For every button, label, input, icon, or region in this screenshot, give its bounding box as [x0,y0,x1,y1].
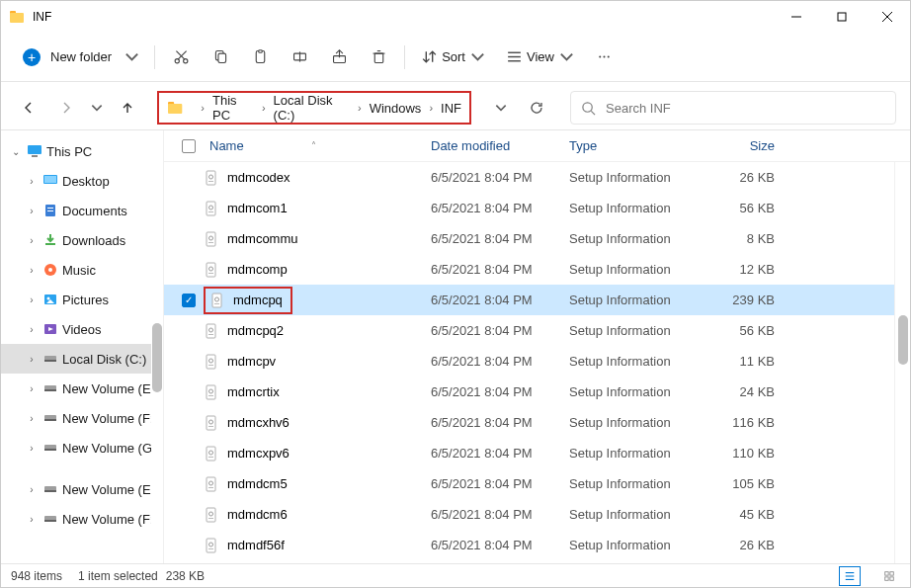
cut-button[interactable] [161,40,201,75]
thumbnails-view-button[interactable] [878,566,900,586]
sort-button[interactable]: Sort [411,40,496,75]
sidebar-item-label: New Volume (F:) [62,411,158,426]
svg-rect-57 [208,181,213,182]
breadcrumb-item[interactable]: Local Disk (C:) [274,93,350,123]
select-all-checkbox[interactable] [182,139,196,153]
sidebar-item-label: Downloads [62,233,125,248]
share-button[interactable] [319,40,359,75]
sidebar-scrollbar[interactable] [151,130,163,563]
scroll-thumb[interactable] [898,315,908,365]
sidebar-item[interactable]: › New Volume (F:) [1,403,163,433]
file-row[interactable]: mdmcxhv6 6/5/2021 8:04 PM Setup Informat… [164,407,910,438]
file-row[interactable]: mdmcxpv6 6/5/2021 8:04 PM Setup Informat… [164,438,910,468]
paste-button[interactable] [240,40,280,75]
sidebar-item[interactable]: › Pictures [1,285,163,314]
expand-icon[interactable]: › [25,484,39,495]
file-scrollbar[interactable] [894,162,910,563]
file-row[interactable]: mdmcpv 6/5/2021 8:04 PM Setup Informatio… [164,346,910,377]
file-size: 116 KB [683,415,787,430]
expand-icon[interactable]: › [25,324,39,335]
new-folder-button[interactable]: + New folder [13,40,148,75]
sidebar-item[interactable]: › New Volume (G:) [1,433,163,462]
svg-rect-63 [208,242,213,243]
file-row[interactable]: mdmcomp 6/5/2021 8:04 PM Setup Informati… [164,254,910,285]
maximize-button[interactable] [819,1,865,33]
expand-icon[interactable]: › [25,514,39,525]
refresh-button[interactable] [523,94,550,122]
view-button[interactable]: View [496,40,585,75]
sidebar-item-label: Videos [62,322,102,337]
search-box[interactable] [570,91,896,125]
minimize-button[interactable] [774,1,819,33]
copy-button[interactable] [201,40,240,75]
breadcrumb-item[interactable]: INF [441,101,461,116]
delete-button[interactable] [359,40,398,75]
breadcrumb-item[interactable]: This PC [212,93,254,123]
file-row[interactable]: mdmcrtix 6/5/2021 8:04 PM Setup Informat… [164,377,910,407]
svg-point-6 [175,59,179,63]
expand-icon[interactable]: › [25,413,39,424]
chevron-down-icon [469,48,486,65]
expand-icon[interactable]: ⌄ [9,146,23,157]
file-icon [204,415,219,431]
expand-icon[interactable]: › [25,265,39,276]
disk-icon [42,410,58,426]
expand-icon[interactable]: › [25,443,39,454]
expand-icon[interactable]: › [25,354,39,365]
rename-button[interactable] [280,40,319,75]
sidebar-item[interactable]: › Documents [1,196,163,225]
address-bar[interactable]: › This PC › Local Disk (C:) › Windows › … [157,91,471,125]
sidebar-item[interactable]: › Downloads [1,225,163,255]
search-input[interactable] [606,101,885,116]
file-row[interactable]: mdmdf56f 6/5/2021 8:04 PM Setup Informat… [164,530,910,560]
sidebar-item[interactable]: › Videos [1,314,163,344]
forward-button[interactable] [52,94,80,122]
scroll-thumb[interactable] [152,323,162,392]
row-checkbox[interactable]: ✓ [182,294,196,307]
file-type: Setup Information [559,384,683,399]
file-name: mdmcpq [233,293,283,307]
file-icon [204,201,219,216]
sidebar-item[interactable]: › New Volume (E:) [1,374,163,403]
svg-rect-79 [207,416,215,430]
expand-icon[interactable]: › [25,383,39,394]
file-row[interactable]: mdmcpq2 6/5/2021 8:04 PM Setup Informati… [164,315,910,346]
history-dropdown[interactable] [487,94,515,122]
file-row[interactable]: mdmdcm6 6/5/2021 8:04 PM Setup Informati… [164,499,910,530]
file-type: Setup Information [559,231,683,246]
back-button[interactable] [15,94,42,122]
sidebar-item[interactable]: › Desktop [1,166,163,196]
sidebar-item[interactable]: › New Volume (F:) [1,504,163,534]
expand-icon[interactable]: › [25,235,39,246]
sidebar-item[interactable]: ⌄ This PC [1,136,163,166]
title-bar: INF [1,1,910,33]
close-button[interactable] [865,1,910,33]
svg-rect-81 [208,426,213,427]
sidebar-item[interactable]: › New Volume (E:) [1,474,163,504]
details-view-button[interactable] [839,566,861,586]
column-size[interactable]: Size [683,138,787,153]
column-type[interactable]: Type [559,138,683,153]
file-size: 56 KB [683,201,787,215]
file-row[interactable]: mdmdcm5 6/5/2021 8:04 PM Setup Informati… [164,468,910,499]
file-row[interactable]: mdmcom1 6/5/2021 8:04 PM Setup Informati… [164,193,910,223]
recent-button[interactable] [90,94,104,122]
expand-icon[interactable]: › [25,206,39,216]
file-row[interactable]: ✓mdmcpq 6/5/2021 8:04 PM Setup Informati… [164,285,910,315]
column-name[interactable]: Name ˄ [164,138,421,153]
sidebar-item[interactable]: › Music [1,255,163,285]
more-button[interactable] [585,40,624,75]
column-date[interactable]: Date modified [421,138,559,153]
svg-rect-11 [218,53,226,62]
file-type: Setup Information [559,201,683,215]
svg-rect-90 [208,518,213,519]
expand-icon[interactable]: › [25,176,39,187]
breadcrumb-item[interactable]: Windows [370,101,422,116]
file-row[interactable]: mdmcodex 6/5/2021 8:04 PM Setup Informat… [164,162,910,193]
expand-icon[interactable]: › [25,294,39,305]
sort-indicator-icon: ˄ [311,140,316,151]
up-button[interactable] [114,94,141,122]
file-row[interactable]: mdmcommu 6/5/2021 8:04 PM Setup Informat… [164,223,910,254]
sidebar-item[interactable]: › Local Disk (C:) [1,344,163,374]
file-date: 6/5/2021 8:04 PM [421,415,559,430]
